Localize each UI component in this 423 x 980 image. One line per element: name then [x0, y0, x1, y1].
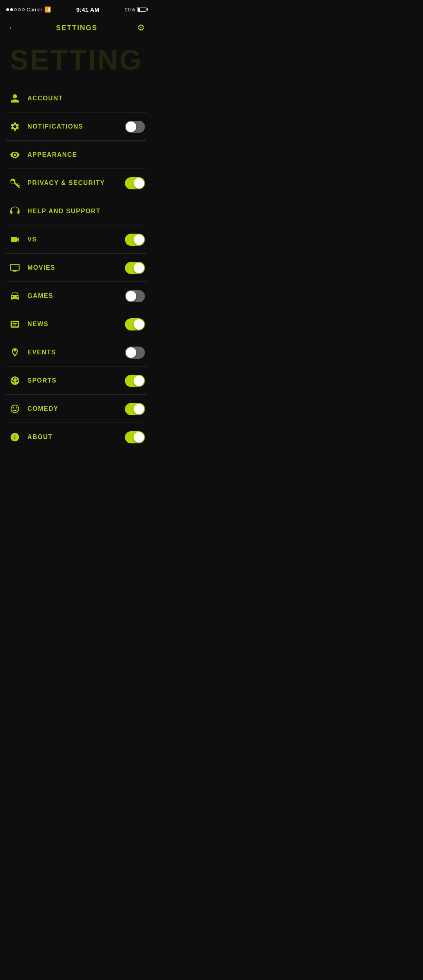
- toggle-thumb: [134, 178, 144, 189]
- appearance-label: APPEARANCE: [27, 151, 145, 158]
- page-title: SETTINGS: [56, 24, 98, 32]
- events-label: EVENTS: [27, 349, 125, 356]
- toggle-thumb: [134, 404, 144, 414]
- privacy-security-label: PRIVACY & SECURITY: [27, 180, 125, 187]
- carrier-label: Carrier: [27, 7, 42, 13]
- toggle-thumb: [126, 347, 136, 358]
- about-label: ABOUT: [27, 434, 125, 441]
- back-button[interactable]: ←: [8, 23, 16, 33]
- vs-toggle[interactable]: [125, 234, 145, 246]
- settings-item-games[interactable]: GAMES: [0, 282, 153, 310]
- tv-icon: [8, 261, 22, 275]
- news-toggle[interactable]: [125, 318, 145, 330]
- header: ← SETTINGS ⚙: [0, 19, 153, 37]
- toggle-thumb: [134, 319, 144, 330]
- signal-dot-4: [18, 8, 21, 11]
- settings-item-notifications[interactable]: NOTIFICATIONS: [0, 113, 153, 141]
- toggle-thumb: [134, 376, 144, 386]
- settings-item-news[interactable]: NEWS: [0, 310, 153, 338]
- watermark-text: SETTING: [0, 37, 153, 84]
- smiley-icon: [8, 402, 22, 416]
- signal-dot-3: [14, 8, 17, 11]
- signal-dot-2: [10, 8, 13, 11]
- privacy-security-toggle[interactable]: [125, 177, 145, 189]
- camera-icon: [8, 232, 22, 247]
- about-toggle[interactable]: [125, 431, 145, 443]
- toggle-thumb: [134, 263, 144, 273]
- settings-item-privacy-security[interactable]: PRIVACY & SECURITY: [0, 169, 153, 197]
- status-bar: Carrier 📶 9:41 AM 20%: [0, 0, 153, 17]
- toggle-thumb: [126, 291, 136, 301]
- status-right: 20%: [125, 7, 146, 13]
- games-label: GAMES: [27, 292, 125, 299]
- toggle-thumb: [134, 234, 144, 245]
- settings-item-movies[interactable]: MOVIES: [0, 254, 153, 282]
- status-left: Carrier 📶: [6, 6, 51, 13]
- signal-dot-1: [6, 8, 9, 11]
- book-icon: [8, 317, 22, 331]
- toggle-thumb: [126, 122, 136, 132]
- car-icon: [8, 289, 22, 303]
- settings-list: ACCOUNTNOTIFICATIONSAPPEARANCEPRIVACY & …: [0, 84, 153, 467]
- settings-item-events[interactable]: EVENTS: [0, 338, 153, 367]
- person-icon: [8, 91, 22, 105]
- settings-item-about[interactable]: ABOUT: [0, 423, 153, 451]
- comedy-toggle[interactable]: [125, 403, 145, 415]
- headset-icon: [8, 204, 22, 218]
- soccer-icon: [8, 374, 22, 388]
- movies-toggle[interactable]: [125, 262, 145, 274]
- notifications-toggle[interactable]: [125, 121, 145, 133]
- settings-gear-icon[interactable]: ⚙: [137, 23, 145, 33]
- comedy-label: COMEDY: [27, 405, 125, 412]
- sports-label: SPORTS: [27, 377, 125, 384]
- help-support-label: HELP AND SUPPORT: [27, 208, 145, 215]
- notifications-label: NOTIFICATIONS: [27, 123, 125, 130]
- games-toggle[interactable]: [125, 290, 145, 302]
- key-icon: [8, 176, 22, 190]
- movies-label: MOVIES: [27, 264, 125, 271]
- info-icon: [8, 430, 22, 444]
- toggle-thumb: [134, 432, 144, 443]
- settings-item-comedy[interactable]: COMEDY: [0, 395, 153, 423]
- gear-icon: [8, 120, 22, 134]
- vs-label: VS: [27, 236, 125, 243]
- eye-icon: [8, 148, 22, 162]
- settings-item-sports[interactable]: SPORTS: [0, 367, 153, 395]
- signal-dot-5: [22, 8, 25, 11]
- person-pin-icon: [8, 345, 22, 359]
- signal-dots: [6, 8, 25, 11]
- wifi-icon: 📶: [44, 6, 51, 13]
- account-label: ACCOUNT: [27, 95, 145, 102]
- settings-item-appearance[interactable]: APPEARANCE: [0, 141, 153, 169]
- news-label: NEWS: [27, 321, 125, 328]
- settings-item-help-support[interactable]: HELP AND SUPPORT: [0, 197, 153, 225]
- status-time: 9:41 AM: [76, 6, 99, 13]
- sports-toggle[interactable]: [125, 375, 145, 387]
- settings-item-vs[interactable]: VS: [0, 225, 153, 254]
- settings-item-account[interactable]: ACCOUNT: [0, 84, 153, 113]
- battery-percent: 20%: [125, 7, 135, 13]
- battery-icon: [137, 7, 146, 12]
- events-toggle[interactable]: [125, 347, 145, 359]
